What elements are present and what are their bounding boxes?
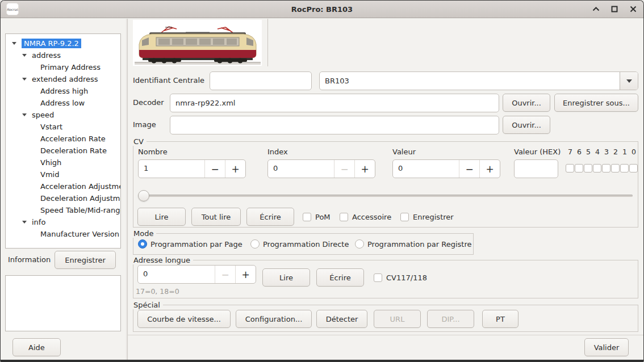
maximize-icon[interactable] [610, 5, 619, 14]
tree-item-label: extended address [32, 75, 98, 83]
expander-icon[interactable] [22, 54, 27, 57]
tree-item-acceleration-rate[interactable]: Acceleration Rate [6, 133, 120, 145]
window-body: NMRA RP-9.2.2 address Primary Address ex… [1, 19, 643, 360]
detect-button[interactable]: Détecter [316, 310, 367, 328]
tree-item-nmra[interactable]: NMRA RP-9.2.2 [6, 37, 120, 49]
plus-button[interactable]: + [354, 160, 375, 178]
tree-item-primary-address[interactable]: Primary Address [6, 61, 120, 73]
mode-page-radio[interactable] [138, 239, 147, 249]
cv-number-spinner[interactable]: 1 − + [138, 159, 246, 178]
cv-index-spinner[interactable]: 0 − + [267, 159, 375, 178]
accessory-label: Accessoire [352, 213, 391, 221]
pom-checkbox[interactable] [303, 213, 311, 221]
tree-item-address-high[interactable]: Address high [6, 85, 120, 97]
plus-button[interactable]: + [235, 266, 256, 283]
tree-item-info[interactable]: info [6, 216, 120, 228]
cv-value-slider[interactable] [138, 195, 633, 197]
accessory-checkbox[interactable] [340, 213, 348, 221]
minus-button[interactable]: − [334, 160, 354, 178]
cv-value-value[interactable]: 0 [393, 160, 459, 178]
mode-register-radio[interactable] [355, 239, 364, 249]
bit3-checkbox[interactable] [602, 164, 610, 172]
help-button[interactable]: Aide [12, 338, 61, 356]
decoder-file-input[interactable] [170, 94, 499, 112]
tree-item-vhigh[interactable]: Vhigh [6, 157, 120, 169]
long-address-spinner[interactable]: 0 − + [137, 265, 256, 284]
bit7-checkbox[interactable] [566, 164, 574, 172]
image-open-button[interactable]: Ouvrir... [503, 116, 550, 134]
tree-item-deceleration-adjustment[interactable]: Deceleration Adjustment [6, 192, 120, 204]
tree-item-address[interactable]: address [6, 49, 120, 61]
tree-item-vmid[interactable]: Vmid [6, 169, 120, 180]
bit6-checkbox[interactable] [575, 164, 583, 172]
validate-button[interactable]: Valider [584, 338, 629, 356]
cv-number-value[interactable]: 1 [139, 160, 204, 178]
plus-button[interactable]: + [225, 160, 245, 178]
minus-button[interactable]: − [459, 160, 479, 178]
mode-direct-radio[interactable] [250, 239, 260, 249]
tree-item-speed-table[interactable]: Speed Table/Mid-range [6, 204, 120, 216]
decoder-panel: Identifiant Centrale Decoder Ouvrir... E… [128, 19, 643, 360]
record-checkbox[interactable] [400, 213, 409, 221]
bit2-label: 2 [611, 148, 620, 156]
special-group-label: Spécial [133, 301, 163, 309]
tree-item-acceleration-adjustment[interactable]: Acceleration Adjustment [6, 180, 120, 192]
pt-button[interactable]: PT [482, 310, 518, 328]
decoder-save-as-button[interactable]: Enregistrer sous... [554, 94, 638, 112]
plus-button[interactable]: + [479, 160, 500, 178]
cv-tree-panel: NMRA RP-9.2.2 address Primary Address ex… [1, 19, 126, 360]
cv-write-button[interactable]: Écrire [246, 208, 294, 226]
cv-value-spinner[interactable]: 0 − + [392, 159, 500, 178]
expander-icon[interactable] [22, 78, 27, 81]
tree-item-vstart[interactable]: Vstart [6, 121, 120, 133]
cv117-118-checkbox[interactable] [374, 273, 382, 282]
bit4-label: 4 [593, 148, 602, 156]
mode-group-label: Mode [133, 229, 156, 238]
tree-item-manufacturer-version[interactable]: Manufacturer Version [6, 228, 120, 240]
long-address-read-button[interactable]: Lire [262, 268, 310, 287]
mode-page-label: Programmation par Page [150, 240, 242, 249]
bit0-checkbox[interactable] [629, 164, 638, 172]
rocrail-logo-text: Rocrail [7, 7, 18, 11]
cv-read-button[interactable]: Lire [137, 208, 186, 226]
loco-id-combobox[interactable] [319, 71, 638, 90]
tree-item-label: Acceleration Rate [40, 134, 106, 143]
cv-tree[interactable]: NMRA RP-9.2.2 address Primary Address ex… [5, 33, 121, 249]
image-file-input[interactable] [170, 116, 499, 134]
decoder-open-button[interactable]: Ouvrir... [503, 94, 550, 112]
configuration-button[interactable]: Configuration... [236, 310, 312, 328]
expander-icon[interactable] [22, 113, 27, 116]
tree-item-speed[interactable]: speed [6, 109, 120, 121]
title-bar[interactable]: Rocrail RocPro: BR103 [1, 1, 643, 18]
speed-curve-button[interactable]: Courbe de vitesse... [137, 310, 231, 328]
long-address-write-button[interactable]: Écrire [316, 268, 364, 287]
centrale-input[interactable] [210, 72, 312, 90]
centrale-combobox[interactable] [210, 71, 312, 90]
long-address-value[interactable]: 0 [138, 266, 215, 283]
loco-id-input[interactable] [320, 72, 620, 90]
loco-id-dropdown-button[interactable] [620, 72, 638, 90]
slider-handle[interactable] [138, 190, 149, 201]
information-save-button[interactable]: Enregistrer [55, 251, 116, 269]
expander-icon[interactable] [22, 221, 27, 224]
minimize-icon[interactable] [591, 5, 600, 14]
cv-hex-input[interactable] [514, 159, 558, 178]
bit2-checkbox[interactable] [611, 164, 620, 172]
bit5-checkbox[interactable] [584, 164, 592, 172]
cv-index-value[interactable]: 0 [268, 160, 334, 178]
tree-item-deceleration-rate[interactable]: Deceleration Rate [6, 145, 120, 157]
bit4-checkbox[interactable] [593, 164, 601, 172]
close-icon[interactable] [629, 5, 638, 14]
tree-item-extended-address[interactable]: extended address [6, 73, 120, 85]
minus-button[interactable]: − [215, 266, 235, 283]
tree-item-label: Address low [40, 99, 85, 107]
tree-item-address-low[interactable]: Address low [6, 97, 120, 109]
locomotive-image [135, 23, 261, 66]
cv-read-all-button[interactable]: Tout lire [191, 208, 241, 226]
record-label: Enregistrer [413, 213, 454, 221]
app-window: Rocrail RocPro: BR103 NMRA RP-9.2.2 addr… [0, 0, 644, 362]
expander-icon[interactable] [12, 42, 16, 45]
minus-button[interactable]: − [204, 160, 225, 178]
bit1-checkbox[interactable] [620, 164, 629, 172]
information-textarea[interactable] [5, 275, 121, 331]
